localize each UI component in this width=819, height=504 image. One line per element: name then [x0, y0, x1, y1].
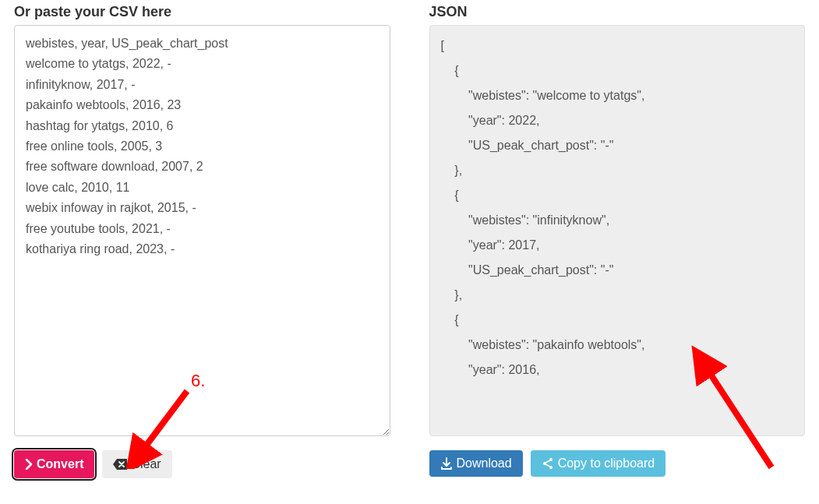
right-column: JSON [ { "webistes": "welcome to ytatgs"…: [429, 4, 806, 478]
download-icon: [440, 457, 453, 470]
copy-button-label: Copy to clipboard: [558, 456, 655, 471]
right-button-row: Download Copy to clipboard: [429, 450, 806, 477]
convert-button-label: Convert: [37, 457, 83, 471]
json-output[interactable]: [ { "webistes": "welcome to ytatgs", "ye…: [429, 25, 806, 436]
left-column: Or paste your CSV here Convert Clear: [14, 4, 390, 478]
clear-button-label: Clear: [131, 457, 161, 471]
clear-button[interactable]: Clear: [102, 450, 171, 478]
main-container: Or paste your CSV here Convert Clear JSO…: [0, 0, 819, 482]
download-button[interactable]: Download: [429, 450, 523, 477]
copy-button[interactable]: Copy to clipboard: [531, 450, 666, 477]
backspace-icon: [113, 459, 127, 470]
chevron-right-icon: [25, 459, 33, 470]
csv-heading: Or paste your CSV here: [14, 4, 390, 20]
json-heading: JSON: [429, 4, 806, 20]
annotation-number: 6.: [191, 371, 205, 391]
download-button-label: Download: [457, 456, 512, 471]
convert-button[interactable]: Convert: [14, 450, 94, 478]
share-icon: [542, 457, 554, 470]
left-button-row: Convert Clear: [14, 450, 390, 478]
